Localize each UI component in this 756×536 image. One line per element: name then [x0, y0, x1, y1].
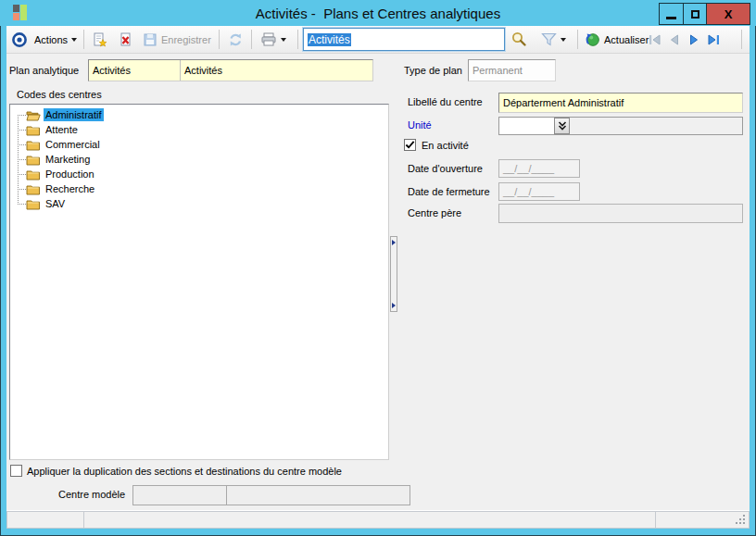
tree-item[interactable]: Administratif [10, 107, 388, 122]
tree-item-label: Commercial [44, 138, 102, 151]
tree-item-label: Marketing [44, 153, 92, 166]
tree-item[interactable]: Commercial [10, 137, 388, 152]
folder-icon [26, 154, 41, 166]
actualiser-button[interactable]: Actualiser [583, 29, 651, 50]
tree-connector [18, 130, 26, 131]
search-button[interactable] [509, 29, 530, 50]
actualiser-icon [586, 32, 600, 47]
tree-item[interactable]: Recherche [10, 181, 388, 196]
tree-connector [18, 159, 26, 160]
toolbar-separator [577, 30, 578, 49]
libelle-du-centre-label: Libellé du centre [408, 93, 483, 111]
tree-item-label: Recherche [44, 182, 96, 195]
window-title: Activités - Plans et Centres analytiques [0, 6, 756, 21]
tree-connector [18, 174, 26, 175]
panel-splitter[interactable] [390, 236, 397, 312]
delete-button[interactable] [116, 29, 136, 50]
nav-first-icon [648, 33, 662, 46]
record-menu-button[interactable] [8, 29, 31, 50]
tree-item-label: Production [44, 168, 96, 181]
tree-item[interactable]: Production [10, 167, 388, 181]
centre-pere-field [498, 204, 743, 223]
field-divider [226, 486, 227, 505]
folder-icon [26, 183, 41, 195]
plan-name-value: Activités [184, 60, 222, 81]
printer-icon [260, 32, 277, 47]
save-icon [143, 32, 158, 47]
toolbar-separator [83, 30, 84, 49]
tree-item[interactable]: Attente [10, 122, 388, 137]
delete-document-icon [119, 32, 133, 47]
chevron-down-icon [71, 38, 77, 42]
maximize-button[interactable] [683, 3, 707, 25]
search-input[interactable]: Activités [303, 28, 505, 51]
plan-analytique-field[interactable]: Activités Activités [88, 59, 373, 81]
en-activite-label: En activité [422, 140, 469, 151]
date-fermeture-label: Date de fermeture [408, 182, 490, 201]
filter-button[interactable] [538, 29, 569, 50]
tree-item-label: SAV [44, 197, 67, 210]
nav-last-icon [706, 33, 721, 46]
tree-connector [18, 115, 26, 116]
nav-last-button[interactable] [703, 29, 724, 50]
bullseye-icon [11, 31, 28, 48]
actions-button[interactable]: Actions [32, 29, 80, 50]
nav-first-button[interactable] [645, 29, 665, 50]
tree-item[interactable]: SAV [10, 196, 388, 211]
plan-code-value: Activités [93, 60, 131, 81]
nav-next-icon [687, 33, 701, 46]
centres-tree[interactable]: Administratif Attente Commercial Marketi… [9, 104, 389, 460]
nav-previous-button[interactable] [664, 29, 685, 50]
filter-icon [541, 32, 557, 46]
search-icon [511, 31, 527, 47]
actions-label: Actions [34, 34, 68, 45]
centre-modele-label: Centre modèle [58, 489, 125, 500]
splitter-arrow-icon [392, 303, 396, 308]
nav-next-button[interactable] [684, 29, 704, 50]
refresh-button[interactable] [225, 29, 246, 50]
title-bar[interactable]: Activités - Plans et Centres analytiques… [0, 0, 756, 26]
folder-icon [26, 168, 41, 181]
status-cell [6, 511, 84, 529]
status-bar [6, 510, 750, 528]
maximize-icon [691, 10, 699, 19]
unite-field[interactable] [498, 117, 743, 135]
close-button[interactable]: X [706, 3, 750, 25]
chevron-down-icon [281, 38, 286, 42]
search-text: Activités [308, 33, 351, 46]
toolbar-separator [741, 30, 742, 49]
centre-modele-field [132, 485, 410, 505]
duplication-checkbox[interactable] [10, 465, 22, 477]
type-de-plan-field: Permanent [468, 59, 556, 81]
folder-icon [26, 124, 41, 136]
app-window: Activités - Plans et Centres analytiques… [0, 0, 756, 536]
new-button[interactable] [89, 29, 110, 50]
duplication-label: Appliquer la duplication des sections et… [27, 466, 342, 477]
toolbar-separator [219, 30, 220, 49]
unite-dropdown-button[interactable] [554, 118, 570, 134]
save-label: Enregistrer [161, 34, 211, 45]
libelle-du-centre-field[interactable]: Départerment Administratif [498, 93, 743, 113]
splitter-arrow-icon [392, 240, 396, 245]
type-de-plan-label: Type de plan [404, 59, 462, 81]
minimize-button[interactable] [659, 3, 684, 25]
chevron-down-icon [561, 38, 566, 42]
actualiser-label: Actualiser [604, 34, 649, 45]
field-divider [180, 60, 181, 81]
unite-label[interactable]: Unité [408, 116, 432, 134]
date-ouverture-label: Date d'ouverture [408, 159, 483, 178]
print-button[interactable] [258, 29, 289, 50]
en-activite-checkbox[interactable] [404, 139, 416, 151]
date-fermeture-field: __/__/____ [498, 182, 580, 201]
unite-input[interactable] [499, 118, 554, 134]
resize-grip[interactable] [743, 522, 745, 524]
minimize-icon [666, 17, 676, 19]
tree-connector [18, 204, 26, 205]
save-button[interactable]: Enregistrer [140, 29, 214, 50]
window-content: Actions Enregistrer [6, 26, 750, 528]
tree-item-label: Attente [44, 123, 80, 136]
refresh-icon [228, 32, 244, 47]
plan-analytique-label: Plan analytique [9, 59, 79, 81]
tree-item[interactable]: Marketing [10, 152, 388, 167]
date-ouverture-field: __/__/____ [498, 159, 580, 178]
